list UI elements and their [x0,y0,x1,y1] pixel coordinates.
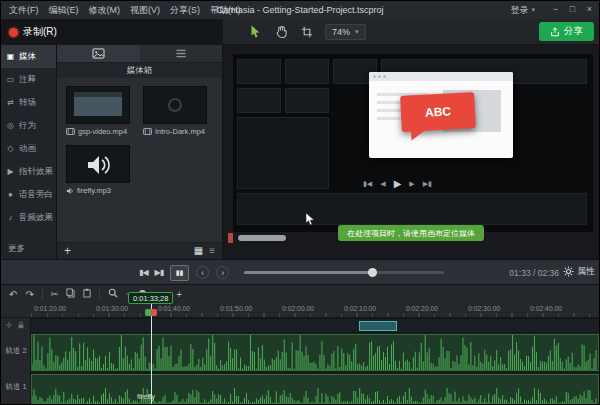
playhead-handle[interactable] [145,309,157,316]
sidebar-item-animations[interactable]: ◇ 动画 [1,137,56,160]
media-grid: gsp-video.mp4 Intro-Dark.mp4 firefly [57,78,222,203]
media-item-gsp-video[interactable]: gsp-video.mp4 [66,86,130,136]
track-lock-icon[interactable] [17,321,25,329]
next-frame-icon[interactable]: ▶ [409,180,414,188]
seek-slider[interactable] [244,271,444,274]
audio-note-icon: ♪ [6,213,15,222]
sidebar-item-audio-effects[interactable]: ♪ 音频效果 [1,206,56,229]
speaker-icon [86,153,112,177]
library-tab[interactable] [140,45,223,62]
media-bin-tab[interactable] [57,45,140,62]
grid-view-button[interactable]: ▦ [194,246,203,256]
track-name[interactable]: 轨道 1 [1,382,31,392]
sidebar-item-behaviors[interactable]: ◎ 行为 [1,114,56,137]
sidebar-more-button[interactable]: 更多 [1,243,56,255]
menu-view[interactable]: 视图(V) [125,1,165,19]
record-button[interactable]: 录制(R) [9,25,57,39]
waveform [32,335,598,370]
time-display: 01:33 / 02:36 [509,268,559,278]
horizontal-scrollbar[interactable] [238,235,286,241]
canvas-tooltip: 在处理项目时，请使用画布定位媒体 [338,225,484,241]
paste-button[interactable] [83,288,91,300]
sidebar-item-transitions[interactable]: ⇄ 转场 [1,91,56,114]
sidebar-item-annotations[interactable]: ▭ 注释 [1,68,56,91]
playhead-line[interactable] [151,303,152,405]
zoom-level-dropdown[interactable]: 74% ▾ [325,24,366,40]
media-item-intro-dark[interactable]: Intro-Dark.mp4 [143,86,207,136]
previous-button[interactable]: ‹ [196,266,209,279]
track-options-icon[interactable] [5,321,13,329]
media-filename: firefly.mp3 [77,186,111,195]
sidebar-item-media[interactable]: ▣ 媒体 [1,45,56,68]
thumbnail-preview [168,98,182,112]
record-label: 录制(R) [23,25,57,39]
window-controls: − □ × [547,1,598,16]
properties-button[interactable]: 属性 [563,265,595,278]
media-filename: gsp-video.mp4 [78,127,127,136]
play-icon[interactable]: ▶ [394,178,402,189]
playhead-time-badge[interactable]: 0:01:33;28 [128,292,173,304]
sidebar-item-label: 媒体 [19,51,36,63]
audio-thumbnail [66,145,130,183]
media-filename: Intro-Dark.mp4 [155,127,205,136]
callout-abc[interactable]: ABC [400,92,476,132]
select-tool-button[interactable] [247,23,263,41]
cursor-icon [250,25,261,39]
prev-frame-icon[interactable]: ◀ [380,180,385,188]
copy-button[interactable] [66,288,75,300]
close-button[interactable]: × [581,1,598,16]
ruler-ticks [31,313,599,317]
track-name[interactable]: 轨道 2 [1,346,31,356]
track-row-1: firefly [31,372,599,405]
share-button[interactable]: 分享 [539,22,594,41]
jump-start-icon[interactable]: ▮◀ [363,180,372,188]
animation-icon: ◇ [6,144,15,153]
step-back-button[interactable]: ▮◀ [139,268,148,277]
sidebar-item-voice-narration[interactable]: ● 语音旁白 [1,183,56,206]
media-item-firefly[interactable]: firefly.mp3 [66,145,130,195]
playback-bar: ▮◀ ▶▮ ▮▮ ‹ › 01:33 / 02:36 属性 [1,259,599,284]
next-button[interactable]: › [216,266,229,279]
list-view-button[interactable]: ≡ [209,246,215,256]
menu-file[interactable]: 文件(F) [4,1,44,19]
maximize-button[interactable]: □ [564,1,581,16]
cursor-effects-icon: ▶ [6,167,15,176]
ruler-label: 0:01:40.00 [158,305,190,312]
properties-label: 属性 [577,265,595,278]
hand-icon [275,25,288,38]
timeline-ruler[interactable]: 0:01:20.00 0:01:30.00 0:01:40.00 0:01:50… [1,303,599,318]
camtasia-window: 文件(F) 编辑(E) 修改(M) 视图(V) 分享(S) 帮助(H) Camt… [0,0,600,405]
pan-tool-button[interactable] [273,23,289,41]
media-icon: ▣ [6,52,15,61]
add-media-button[interactable]: + [64,245,71,257]
stage-transport-controls: ▮◀ ◀ ▶ ▶ ▶▮ [363,178,432,189]
track-row-extra [31,318,599,332]
audio-clip-firefly[interactable]: firefly [31,374,599,405]
ruler-label: 0:01:50.00 [220,305,252,312]
playhead-out-handle[interactable] [151,309,157,316]
zoom-out-button[interactable] [108,288,118,300]
speaker-icon [66,187,74,195]
menu-modify[interactable]: 修改(M) [84,1,126,19]
login-button[interactable]: 登录 ▾ [510,4,535,17]
menu-help[interactable]: 帮助(H) [205,1,246,19]
seek-thumb[interactable] [368,268,377,277]
copy-icon [66,288,75,298]
audio-clip-track2[interactable] [31,334,599,371]
callout-clip[interactable] [359,321,397,331]
canvas-stage[interactable]: ABC ▮◀ ◀ ▶ ▶ ▶▮ [233,54,593,232]
zoom-in-button[interactable]: + [176,289,182,300]
menu-share[interactable]: 分享(S) [165,1,205,19]
redo-button[interactable]: ↷ [25,289,33,300]
step-forward-button[interactable]: ▶▮ [155,268,164,277]
cut-button[interactable]: ✂ [51,289,59,299]
minimize-button[interactable]: − [547,1,564,16]
crop-tool-button[interactable] [299,23,315,41]
menu-edit[interactable]: 编辑(E) [44,1,84,19]
undo-button[interactable]: ↶ [9,289,17,300]
sidebar-item-cursor-effects[interactable]: ▶ 指针效果 [1,160,56,183]
pause-button[interactable]: ▮▮ [170,265,189,281]
jump-end-icon[interactable]: ▶▮ [423,180,432,188]
tools-sidebar: ▣ 媒体 ▭ 注释 ⇄ 转场 ◎ 行为 ◇ 动画 ▶ 指针效果 ● 语音旁白 ♪ [1,45,56,259]
seek-fill [244,271,372,274]
